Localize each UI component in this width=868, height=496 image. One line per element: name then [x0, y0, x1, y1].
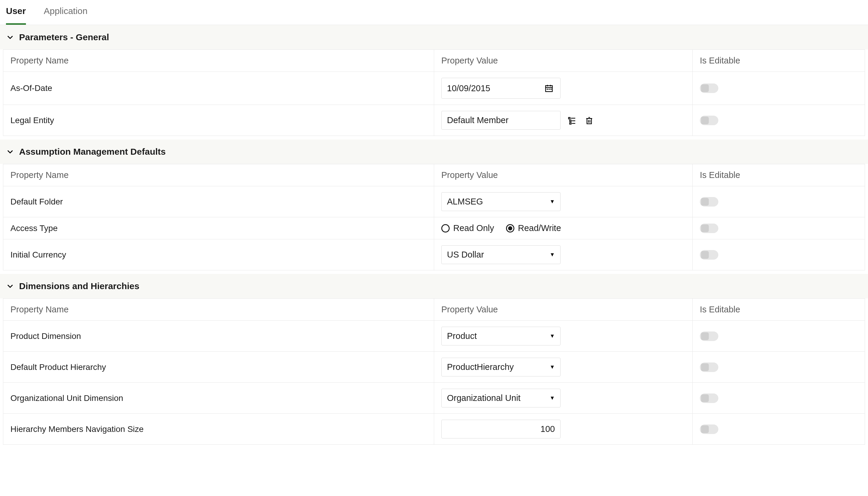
- tab-bar: User Application: [0, 0, 868, 25]
- caret-down-icon: ▼: [550, 251, 555, 258]
- chevron-down-icon: [6, 148, 14, 155]
- property-name: Default Product Hierarchy: [3, 352, 434, 383]
- as-of-date-value: 10/09/2015: [447, 83, 490, 93]
- parameters-general-table: Property Name Property Value Is Editable…: [3, 49, 865, 136]
- section-dimensions-header[interactable]: Dimensions and Hierarchies: [0, 274, 868, 298]
- row-legal-entity: Legal Entity Default Member: [3, 105, 865, 136]
- default-product-hierarchy-editable-toggle[interactable]: [700, 362, 718, 372]
- calendar-icon[interactable]: [543, 82, 555, 94]
- org-unit-dimension-value: Organizational Unit: [447, 393, 521, 403]
- svg-rect-11: [570, 123, 571, 124]
- col-is-editable: Is Editable: [693, 164, 865, 186]
- default-folder-editable-toggle[interactable]: [700, 197, 718, 206]
- property-name: Legal Entity: [3, 105, 434, 136]
- col-property-name: Property Name: [3, 299, 434, 321]
- hierarchy-nav-size-value: 100: [540, 424, 555, 434]
- org-unit-dimension-select[interactable]: Organizational Unit ▼: [441, 389, 561, 407]
- chevron-down-icon: [6, 34, 14, 41]
- row-as-of-date: As-Of-Date 10/09/2015: [3, 72, 865, 105]
- property-name: Default Folder: [3, 186, 434, 217]
- col-property-name: Property Name: [3, 164, 434, 186]
- section-title: Parameters - General: [19, 32, 109, 42]
- radio-read-only[interactable]: Read Only: [441, 223, 494, 233]
- radio-label: Read Only: [453, 223, 494, 233]
- svg-rect-6: [550, 89, 552, 90]
- property-name: Product Dimension: [3, 321, 434, 352]
- assumptions-table: Property Name Property Value Is Editable…: [3, 164, 865, 270]
- row-initial-currency: Initial Currency US Dollar ▼: [3, 239, 865, 270]
- row-product-dimension: Product Dimension Product ▼: [3, 321, 865, 352]
- default-folder-select[interactable]: ALMSEG ▼: [441, 192, 561, 211]
- property-name: Organizational Unit Dimension: [3, 383, 434, 414]
- property-name: Initial Currency: [3, 239, 434, 270]
- tab-user[interactable]: User: [6, 6, 26, 25]
- property-name: Access Type: [3, 217, 434, 239]
- section-title: Assumption Management Defaults: [19, 146, 166, 157]
- section-parameters-general-header[interactable]: Parameters - General: [0, 25, 868, 49]
- radio-label: Read/Write: [518, 223, 561, 233]
- org-unit-dimension-editable-toggle[interactable]: [700, 393, 718, 403]
- col-property-value: Property Value: [434, 50, 693, 72]
- default-folder-value: ALMSEG: [447, 197, 483, 206]
- product-dimension-value: Product: [447, 331, 477, 341]
- row-org-unit-dimension: Organizational Unit Dimension Organizati…: [3, 383, 865, 414]
- col-is-editable: Is Editable: [693, 50, 865, 72]
- legal-entity-editable-toggle[interactable]: [700, 116, 718, 125]
- row-access-type: Access Type Read Only Read/Write: [3, 217, 865, 239]
- default-product-hierarchy-value: ProductHierarchy: [447, 362, 514, 372]
- svg-rect-9: [570, 120, 571, 121]
- section-assumptions-header[interactable]: Assumption Management Defaults: [0, 140, 868, 164]
- svg-rect-13: [587, 118, 592, 124]
- legal-entity-input[interactable]: Default Member: [441, 111, 561, 130]
- svg-rect-7: [569, 118, 570, 119]
- default-product-hierarchy-select[interactable]: ProductHierarchy ▼: [441, 358, 561, 376]
- hierarchy-list-icon[interactable]: [566, 114, 578, 126]
- col-property-value: Property Value: [434, 299, 693, 321]
- svg-rect-5: [549, 89, 550, 90]
- as-of-date-input[interactable]: 10/09/2015: [441, 78, 561, 99]
- col-property-value: Property Value: [434, 164, 693, 186]
- radio-icon: [441, 224, 450, 232]
- product-dimension-editable-toggle[interactable]: [700, 331, 718, 341]
- tab-application[interactable]: Application: [44, 6, 88, 25]
- caret-down-icon: ▼: [550, 364, 555, 370]
- chevron-down-icon: [6, 283, 14, 290]
- hierarchy-nav-size-editable-toggle[interactable]: [700, 424, 718, 434]
- access-type-editable-toggle[interactable]: [700, 223, 718, 233]
- col-is-editable: Is Editable: [693, 299, 865, 321]
- section-title: Dimensions and Hierarchies: [19, 281, 139, 291]
- hierarchy-nav-size-input[interactable]: 100: [441, 420, 561, 438]
- svg-rect-4: [547, 89, 548, 90]
- caret-down-icon: ▼: [550, 395, 555, 401]
- radio-read-write[interactable]: Read/Write: [506, 223, 561, 233]
- property-name: Hierarchy Members Navigation Size: [3, 414, 434, 445]
- row-default-product-hierarchy: Default Product Hierarchy ProductHierarc…: [3, 352, 865, 383]
- legal-entity-value: Default Member: [447, 115, 508, 125]
- product-dimension-select[interactable]: Product ▼: [441, 327, 561, 345]
- row-default-folder: Default Folder ALMSEG ▼: [3, 186, 865, 217]
- caret-down-icon: ▼: [550, 333, 555, 339]
- initial-currency-select[interactable]: US Dollar ▼: [441, 245, 561, 264]
- trash-icon[interactable]: [583, 114, 595, 126]
- caret-down-icon: ▼: [550, 199, 555, 205]
- as-of-date-editable-toggle[interactable]: [700, 83, 718, 93]
- dimensions-table: Property Name Property Value Is Editable…: [3, 298, 865, 445]
- initial-currency-value: US Dollar: [447, 250, 484, 260]
- col-property-name: Property Name: [3, 50, 434, 72]
- row-hierarchy-nav-size: Hierarchy Members Navigation Size 100: [3, 414, 865, 445]
- initial-currency-editable-toggle[interactable]: [700, 250, 718, 260]
- property-name: As-Of-Date: [3, 72, 434, 105]
- access-type-radio-group: Read Only Read/Write: [441, 223, 685, 233]
- radio-icon: [506, 224, 514, 232]
